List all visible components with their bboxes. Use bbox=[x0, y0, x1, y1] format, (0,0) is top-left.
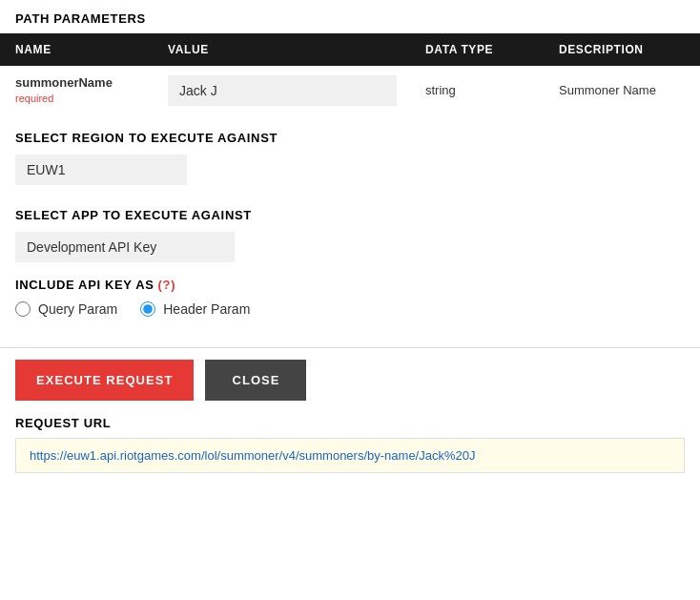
divider bbox=[0, 347, 700, 348]
app-section: SELECT APP TO EXECUTE AGAINST Developmen… bbox=[0, 193, 700, 270]
close-button[interactable]: CLOSE bbox=[205, 360, 306, 401]
param-name: summonerName bbox=[15, 75, 168, 90]
radio-header-label[interactable]: Header Param bbox=[140, 301, 250, 317]
app-title: SELECT APP TO EXECUTE AGAINST bbox=[15, 208, 685, 222]
buttons-row: EXECUTE REQUEST CLOSE bbox=[0, 360, 700, 416]
radio-query-text: Query Param bbox=[38, 301, 117, 317]
table-row: summonerName required string Summoner Na… bbox=[0, 66, 700, 115]
path-params-title: PATH PARAMETERS bbox=[0, 0, 700, 33]
request-url-box[interactable]: https://euw1.api.riotgames.com/lol/summo… bbox=[15, 438, 685, 473]
help-icon[interactable]: (?) bbox=[158, 278, 176, 292]
col-datatype: DATA TYPE bbox=[425, 43, 559, 56]
param-value-input[interactable] bbox=[168, 75, 397, 106]
execute-button[interactable]: EXECUTE REQUEST bbox=[15, 360, 194, 401]
col-value: VALUE bbox=[168, 43, 425, 56]
api-key-section: INCLUDE API KEY AS(?) Query Param Header… bbox=[0, 270, 700, 332]
param-type: string bbox=[425, 75, 559, 97]
region-select[interactable]: EUW1 NA1 KR bbox=[15, 155, 187, 185]
request-url-title: REQUEST URL bbox=[15, 416, 685, 430]
radio-query-label[interactable]: Query Param bbox=[15, 301, 117, 317]
region-title: SELECT REGION TO EXECUTE AGAINST bbox=[15, 131, 685, 145]
app-select[interactable]: Development API Key Production API Key bbox=[15, 232, 235, 262]
request-url-section: REQUEST URL https://euw1.api.riotgames.c… bbox=[0, 416, 700, 488]
radio-header-text: Header Param bbox=[163, 301, 250, 317]
request-url-link[interactable]: https://euw1.api.riotgames.com/lol/summo… bbox=[30, 448, 475, 463]
param-value-cell[interactable] bbox=[168, 75, 425, 106]
api-key-title: INCLUDE API KEY AS(?) bbox=[15, 278, 685, 292]
radio-header[interactable] bbox=[140, 301, 155, 317]
param-description: Summoner Name bbox=[559, 75, 685, 97]
radio-group: Query Param Header Param bbox=[15, 301, 685, 317]
col-name: NAME bbox=[15, 43, 168, 56]
param-required: required bbox=[15, 93, 168, 104]
param-name-cell: summonerName required bbox=[15, 75, 168, 104]
table-header: NAME VALUE DATA TYPE DESCRIPTION bbox=[0, 33, 700, 66]
radio-query[interactable] bbox=[15, 301, 31, 317]
col-description: DESCRIPTION bbox=[559, 43, 685, 56]
api-key-title-text: INCLUDE API KEY AS bbox=[15, 278, 154, 292]
region-section: SELECT REGION TO EXECUTE AGAINST EUW1 NA… bbox=[0, 115, 700, 193]
